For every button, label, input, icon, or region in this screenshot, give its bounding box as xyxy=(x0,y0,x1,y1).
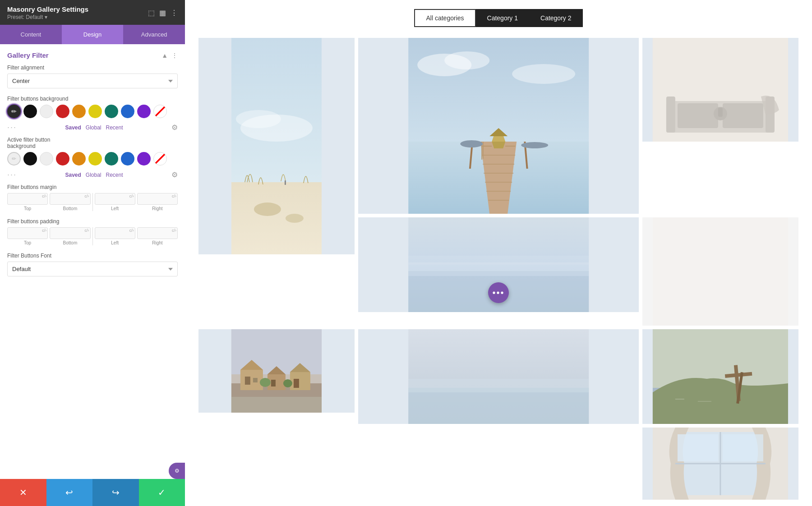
svg-rect-59 xyxy=(240,370,263,390)
section-header-icons: ▲ ⋮ xyxy=(161,52,178,59)
gear-icon-2[interactable]: ⚙ xyxy=(171,170,178,179)
global-label-2[interactable]: Global xyxy=(86,172,102,178)
margin-bottom-item: c/› Bottom xyxy=(50,193,90,211)
svg-rect-62 xyxy=(253,378,258,382)
margin-bottom-sublabel: Bottom xyxy=(63,206,78,211)
filter-cat1-btn[interactable]: Category 1 xyxy=(476,9,529,27)
orange-swatch-1[interactable] xyxy=(72,105,86,118)
yellow-swatch-2[interactable] xyxy=(88,152,102,166)
red-swatch-1[interactable] xyxy=(56,105,69,118)
purple-swatch-2[interactable] xyxy=(137,152,151,166)
svg-rect-47 xyxy=(408,256,589,265)
filter-buttons-padding-label: Filter buttons padding xyxy=(7,218,178,225)
margin-top-item: c/› Top xyxy=(7,193,48,211)
filter-buttons-bg-label: Filter buttons background xyxy=(7,96,178,102)
active-filter-bg-section: Active filter buttonbackground ✏ xyxy=(0,137,185,167)
section-more-icon[interactable]: ⋮ xyxy=(171,52,178,59)
extra-settings-button[interactable]: ⚙ xyxy=(169,463,185,479)
teal-swatch-1[interactable] xyxy=(105,105,118,118)
margin-top-bottom: c/› Top c/› Bottom xyxy=(7,193,91,211)
blue-swatch-1[interactable] xyxy=(121,105,134,118)
padding-left-code: c/› xyxy=(129,228,134,233)
right-content: All categories Category 1 Category 2 xyxy=(185,0,812,506)
svg-rect-65 xyxy=(271,380,276,386)
section-title: Gallery Filter xyxy=(7,51,49,59)
gallery-item-5: ••• xyxy=(358,217,639,312)
masonry-gallery: ••• xyxy=(198,38,798,500)
saved-label-2[interactable]: Saved xyxy=(65,172,81,178)
fab-button[interactable]: ••• xyxy=(488,282,509,303)
tab-design[interactable]: Design xyxy=(62,25,124,44)
margin-right-item: c/› Right xyxy=(137,193,178,211)
svg-marker-22 xyxy=(492,142,505,148)
padding-left-right: c/› Left c/› Right xyxy=(95,227,178,245)
global-label-1[interactable]: Global xyxy=(86,124,102,131)
yellow-swatch-1[interactable] xyxy=(88,105,102,118)
filter-alignment-select[interactable]: Center Left Right xyxy=(7,74,178,88)
color-meta-labels-2: Saved Global Recent xyxy=(65,172,123,178)
svg-rect-66 xyxy=(290,372,310,390)
svg-rect-80 xyxy=(723,434,763,461)
tab-advanced[interactable]: Advanced xyxy=(123,25,185,44)
white-swatch-2[interactable] xyxy=(40,152,53,166)
saved-label-1[interactable]: Saved xyxy=(65,124,81,131)
eyedropper-swatch-2[interactable]: ✏ xyxy=(7,152,21,166)
padding-left-sublabel: Left xyxy=(111,240,119,245)
transparent-swatch-2[interactable] xyxy=(153,152,167,166)
grid-icon[interactable]: ▦ xyxy=(159,9,166,17)
black-swatch-2[interactable] xyxy=(23,152,37,166)
fit-screen-icon[interactable]: ⬚ xyxy=(148,9,155,17)
redo-button[interactable]: ↪ xyxy=(92,479,139,506)
padding-top-item: c/› Top xyxy=(7,227,48,245)
gallery-item-2 xyxy=(358,38,639,214)
svg-rect-73 xyxy=(408,388,589,424)
recent-label-1[interactable]: Recent xyxy=(106,124,123,131)
teal-swatch-2[interactable] xyxy=(105,152,118,166)
transparent-swatch-1[interactable] xyxy=(153,105,167,118)
color-meta-dots-1: ··· xyxy=(7,123,17,132)
filter-cat2-btn[interactable]: Category 2 xyxy=(529,9,582,27)
panel-tabs: Content Design Advanced xyxy=(0,25,185,44)
panel-preset[interactable]: Preset: Default ▾ xyxy=(7,14,88,20)
gear-icon-1[interactable]: ⚙ xyxy=(171,123,178,132)
color-meta-labels-1: Saved Global Recent xyxy=(65,124,123,131)
cancel-button[interactable]: ✕ xyxy=(0,479,46,506)
padding-top-code: c/› xyxy=(42,228,46,233)
svg-point-29 xyxy=(521,142,548,148)
black-swatch-1[interactable] xyxy=(23,105,37,118)
recent-label-2[interactable]: Recent xyxy=(106,172,123,178)
filter-buttons-font-field: Filter Buttons Font Default xyxy=(0,253,185,284)
svg-rect-36 xyxy=(666,97,675,133)
panel-title: Masonry Gallery Settings xyxy=(7,5,88,13)
padding-bottom-sublabel: Bottom xyxy=(63,240,78,245)
gallery-item-3 xyxy=(642,38,798,142)
purple-swatch-1[interactable] xyxy=(137,105,151,118)
margin-fields-wrapper: c/› Top c/› Bottom xyxy=(7,193,178,211)
panel-content: Gallery Filter ▲ ⋮ Filter alignment Cent… xyxy=(0,44,185,506)
undo-button[interactable]: ↩ xyxy=(46,479,93,506)
red-swatch-2[interactable] xyxy=(56,152,69,166)
blue-swatch-2[interactable] xyxy=(121,152,134,166)
padding-fields-wrapper: c/› Top c/› Bottom xyxy=(7,227,178,245)
orange-swatch-2[interactable] xyxy=(72,152,86,166)
svg-rect-79 xyxy=(678,434,718,461)
margin-right-code: c/› xyxy=(172,194,176,198)
save-button[interactable]: ✓ xyxy=(139,479,185,506)
margin-bottom-code: c/› xyxy=(85,194,89,198)
margin-left-code: c/› xyxy=(129,194,134,198)
white-swatch-1[interactable] xyxy=(40,105,53,118)
active-filter-bg-label: Active filter buttonbackground xyxy=(7,137,178,149)
left-panel: Masonry Gallery Settings Preset: Default… xyxy=(0,0,185,506)
filter-buttons-font-select[interactable]: Default xyxy=(7,262,178,276)
filter-all-btn[interactable]: All categories xyxy=(414,9,475,27)
tab-content[interactable]: Content xyxy=(0,25,62,44)
filter-buttons-padding-group: Filter buttons padding c/› Top c/› xyxy=(0,218,185,253)
collapse-icon[interactable]: ▲ xyxy=(161,52,168,59)
more-options-icon[interactable]: ⋮ xyxy=(171,9,178,17)
svg-rect-69 xyxy=(231,397,322,413)
padding-left-item: c/› Left xyxy=(95,227,135,245)
filter-buttons-margin-label: Filter buttons margin xyxy=(7,184,178,190)
eyedropper-swatch-1[interactable]: ✏ xyxy=(7,105,21,118)
gallery-item-8 xyxy=(358,329,639,424)
gallery-item-7 xyxy=(198,329,355,413)
